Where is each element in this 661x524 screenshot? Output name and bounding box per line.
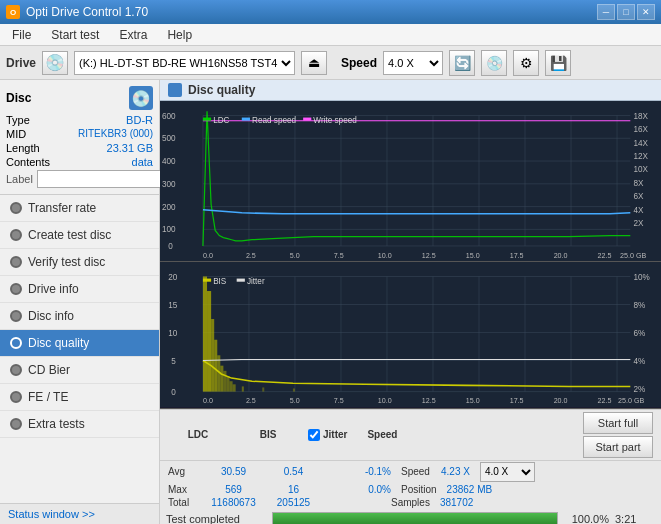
maximize-button[interactable]: □ [617,4,635,20]
svg-text:0.0: 0.0 [203,396,213,405]
svg-text:0: 0 [171,388,176,397]
speed-select[interactable]: 4.0 X [383,51,443,75]
jitter-checkbox[interactable] [308,429,320,441]
disc-button[interactable]: 💿 [481,50,507,76]
title-bar-controls: ─ □ ✕ [597,4,655,20]
nav-create-test-disc[interactable]: Create test disc [0,222,159,249]
start-part-button[interactable]: Start part [583,436,653,458]
jitter-avg-value: -0.1% [326,466,391,477]
disc-info-icon [8,308,24,324]
nav-extra-tests-label: Extra tests [28,417,85,431]
svg-text:20.0: 20.0 [554,251,568,260]
svg-text:2%: 2% [633,385,645,394]
max-row: Max 569 16 0.0% Position 23862 MB [160,483,661,496]
menu-help[interactable]: Help [159,26,200,44]
svg-rect-96 [230,382,233,392]
avg-row: Avg 30.59 0.54 -0.1% Speed 4.23 X 4.0 X [160,461,661,483]
nav-verify-test-disc[interactable]: Verify test disc [0,249,159,276]
svg-text:4%: 4% [633,357,645,366]
nav-extra-tests[interactable]: Extra tests [0,411,159,438]
nav-disc-quality[interactable]: Disc quality [0,330,159,357]
svg-rect-95 [226,377,229,393]
progress-bar-fill [273,513,557,524]
nav-fe-te-label: FE / TE [28,390,68,404]
disc-type-row: Type BD-R [6,114,153,126]
svg-text:6X: 6X [633,192,644,201]
nav-disc-quality-label: Disc quality [28,336,89,350]
svg-text:10.0: 10.0 [378,251,392,260]
nav-disc-info[interactable]: Disc info [0,303,159,330]
svg-text:2.5: 2.5 [246,251,256,260]
disc-label-label: Label [6,173,33,185]
nav-cd-bier[interactable]: CD Bier [0,357,159,384]
top-chart: 600 500 400 300 200 100 0 18X 16X 14X 12… [160,101,661,262]
disc-label-input[interactable] [37,170,170,188]
refresh-button[interactable]: 🔄 [449,50,475,76]
avg-label: Avg [168,466,196,477]
drive-icon-btn[interactable]: 💿 [42,51,68,75]
progress-percent: 100.0% [564,513,609,524]
svg-text:LDC: LDC [213,116,229,125]
verify-test-disc-icon [8,254,24,270]
position-label: Position [401,484,437,495]
disc-type-label: Type [6,114,30,126]
nav-drive-info[interactable]: Drive info [0,276,159,303]
menu-file[interactable]: File [4,26,39,44]
svg-text:15.0: 15.0 [466,396,480,405]
app-icon: O [6,5,20,19]
bottom-panel: LDC BIS Jitter Speed Start full Start pa [160,409,661,509]
svg-text:14X: 14X [633,138,648,147]
samples-label: Samples [391,497,430,508]
svg-text:12.5: 12.5 [422,396,436,405]
svg-rect-91 [214,340,217,392]
disc-panel: Disc 💿 Type BD-R MID RITEKBR3 (000) Leng… [0,80,159,195]
start-full-button[interactable]: Start full [583,412,653,434]
nav-fe-te[interactable]: FE / TE [0,384,159,411]
config-button[interactable]: ⚙ [513,50,539,76]
total-label: Total [168,497,196,508]
close-button[interactable]: ✕ [637,4,655,20]
svg-rect-0 [160,101,661,261]
samples-value: 381702 [440,497,473,508]
status-window-button[interactable]: Status window >> [0,503,159,524]
svg-rect-103 [237,279,245,282]
title-bar: O Opti Drive Control 1.70 ─ □ ✕ [0,0,661,24]
disc-type-value: BD-R [126,114,153,126]
svg-text:16X: 16X [633,125,648,134]
menu-start-test[interactable]: Start test [43,26,107,44]
nav-transfer-rate[interactable]: Transfer rate [0,195,159,222]
save-button[interactable]: 💾 [545,50,571,76]
charts-area: 600 500 400 300 200 100 0 18X 16X 14X 12… [160,101,661,409]
eject-button[interactable]: ⏏ [301,51,327,75]
stats-row: LDC BIS Jitter Speed Start full Start pa [160,410,661,461]
menu-extra[interactable]: Extra [111,26,155,44]
nav-cd-bier-label: CD Bier [28,363,70,377]
speed-label: Speed [341,56,377,70]
svg-text:10X: 10X [633,165,648,174]
ldc-total-value: 11680673 [206,497,261,508]
svg-text:500: 500 [162,134,176,143]
svg-text:6%: 6% [633,329,645,338]
drive-bar: Drive 💿 (K:) HL-DT-ST BD-RE WH16NS58 TST… [0,46,661,80]
title-bar-left: O Opti Drive Control 1.70 [6,5,148,19]
svg-text:200: 200 [162,203,176,212]
disc-length-value: 23.31 GB [107,142,153,154]
svg-text:100: 100 [162,225,176,234]
svg-rect-97 [233,385,236,392]
svg-rect-89 [207,291,211,392]
menu-bar: File Start test Extra Help [0,24,661,46]
position-value: 23862 MB [447,484,493,495]
drive-select[interactable]: (K:) HL-DT-ST BD-RE WH16NS58 TST4 [74,51,295,75]
ldc-max-value: 569 [206,484,261,495]
svg-text:4X: 4X [633,206,644,215]
nav-drive-info-label: Drive info [28,282,79,296]
minimize-button[interactable]: ─ [597,4,615,20]
svg-text:Read speed: Read speed [252,116,296,125]
content-header-icon [168,83,182,97]
speed-select-stats[interactable]: 4.0 X [480,462,535,482]
svg-text:18X: 18X [633,112,648,121]
total-row: Total 11680673 205125 Samples 381702 [160,496,661,509]
svg-text:Write speed: Write speed [313,116,357,125]
svg-text:300: 300 [162,180,176,189]
content-title: Disc quality [188,83,255,97]
